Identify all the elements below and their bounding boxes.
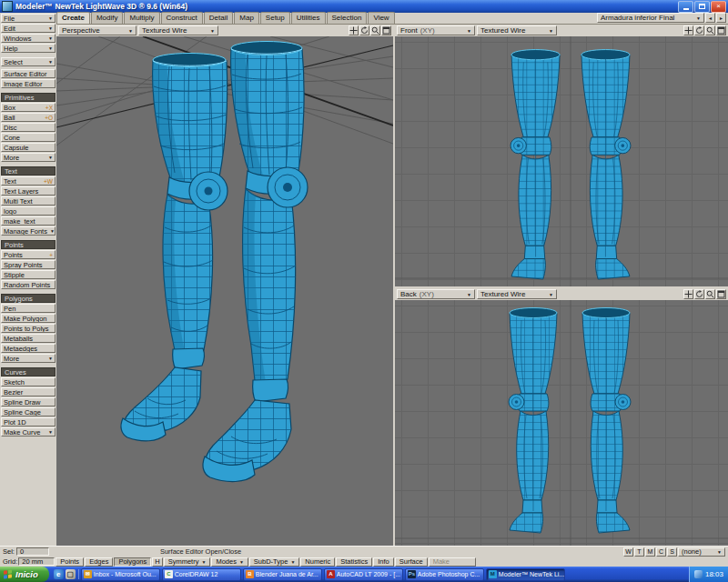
symmetry-button[interactable]: Symmetry▼ [164,557,211,567]
surface-editor-button[interactable]: Surface Editor [1,69,56,78]
preset-prev-button[interactable]: ◄ [705,13,715,23]
taskbar-app-modeler[interactable]: MModeler™ NewTek Li... [486,568,565,581]
tool-multi-text[interactable]: Multi Text [1,196,56,206]
tool-plot-1d[interactable]: Plot 1D [1,417,56,426]
tab-map[interactable]: Map [234,12,259,24]
menu-file[interactable]: File▼ [1,14,56,23]
tool-spline-cage[interactable]: Spline Cage [1,407,56,416]
tool-stipple[interactable]: Stipple [1,270,56,279]
taskbar-app-photoshop[interactable]: PsAdobe Photoshop C... [405,568,484,581]
tool-make-polygon[interactable]: Make Polygon [1,314,56,323]
rotate-button[interactable] [694,25,704,35]
tab-utilities[interactable]: Utilities [291,12,326,24]
tool-logo[interactable]: logo [1,206,56,216]
menu-edit[interactable]: Edit▼ [1,24,56,33]
minimize-button[interactable] [678,1,693,13]
tool-points[interactable]: Points+ [1,250,56,259]
maximize-button[interactable] [694,1,710,13]
tool-spline-draw[interactable]: Spline Draw [1,397,56,406]
show-desktop-icon[interactable]: ▢ [66,569,76,579]
maximize-viewport-button[interactable] [381,25,391,35]
vmap-selection-button[interactable]: S [667,547,677,557]
tray-icon[interactable] [694,570,703,578]
tool-disc[interactable]: Disc [1,123,56,132]
tool-cone[interactable]: Cone [1,133,56,142]
tool-bezier[interactable]: Bezier [1,387,56,396]
tool-box[interactable]: Box+X [1,103,56,112]
view-type-dropdown[interactable]: Front (XY) ▼ [397,25,475,35]
tool-manage-fonts[interactable]: Manage Fonts▼ [1,226,56,236]
menu-windows[interactable]: Windows▼ [1,34,56,43]
tab-view[interactable]: View [368,12,394,24]
tool-sketch[interactable]: Sketch [1,377,56,386]
tool-capsule[interactable]: Capsule [1,143,56,152]
maximize-viewport-button[interactable] [716,25,726,35]
vmap-morph-button[interactable]: M [645,547,655,557]
tab-construct[interactable]: Construct [161,12,203,24]
tab-multiply[interactable]: Multiply [124,12,159,24]
render-mode-dropdown[interactable]: Textured Wire ▼ [477,289,557,299]
taskbar-app-coreldraw[interactable]: CCorelDRAW 12 [162,568,241,581]
make-button[interactable]: Make [429,557,476,567]
render-mode-dropdown[interactable]: Textured Wire ▼ [138,25,218,35]
menu-help[interactable]: Help▼ [1,44,56,53]
view-type-dropdown[interactable]: Perspective ▼ [58,25,136,35]
maximize-viewport-button[interactable] [716,289,726,299]
render-mode-dropdown[interactable]: Textured Wire ▼ [477,25,557,35]
surface-button[interactable]: Surface [395,557,428,567]
tool-text[interactable]: Text+W [1,176,56,186]
close-button[interactable]: × [711,1,726,13]
pan-button[interactable] [683,25,693,35]
vmap-weight-button[interactable]: W [623,547,633,557]
tab-setup[interactable]: Setup [260,12,290,24]
tab-create[interactable]: Create [56,12,90,24]
tool-metaedges[interactable]: Metaedges [1,344,56,353]
image-editor-button[interactable]: Image Editor [1,79,56,88]
zoom-button[interactable] [705,25,715,35]
preset-dropdown[interactable]: Armadura inferior Final ▼ [597,13,704,23]
tab-detail[interactable]: Detail [204,12,233,24]
perspective-canvas[interactable] [56,36,393,546]
tab-selection[interactable]: Selection [327,12,368,24]
info-button[interactable]: Info [373,557,394,567]
statistics-button[interactable]: Statistics [336,557,372,567]
pan-button[interactable] [683,289,693,299]
tool-more-polygons[interactable]: More▼ [1,354,56,363]
preset-next-button[interactable]: ► [716,13,726,23]
tool-spray-points[interactable]: Spray Points [1,260,56,269]
tool-more-primitives[interactable]: More▼ [1,153,56,162]
tool-pen[interactable]: Pen [1,304,56,313]
vmap-texture-button[interactable]: T [634,547,644,557]
taskbar-app-outlook[interactable]: ✉Inbox - Microsoft Ou... [81,568,160,581]
mode-polygons-button[interactable]: Polygons [114,557,151,567]
view-type-dropdown[interactable]: Back (XY) ▼ [397,289,475,299]
mode-edges-button[interactable]: Edges [85,557,113,567]
rotate-button[interactable] [359,25,369,35]
zoom-button[interactable] [705,289,715,299]
mode-points-button[interactable]: Points [56,557,84,567]
zoom-button[interactable] [370,25,380,35]
tool-random-points[interactable]: Random Points [1,280,56,289]
tool-points-to-polys[interactable]: Points to Polys [1,324,56,333]
tool-make-curve[interactable]: Make Curve▼ [1,427,56,436]
taskbar-app-blender[interactable]: BBlender Juana de Ar... [243,568,322,581]
taskbar-app-autocad[interactable]: AAutoCAD LT 2009 - [... [324,568,403,581]
tab-modify[interactable]: Modify [91,12,124,24]
vmap-color-button[interactable]: C [656,547,666,557]
tool-make-text[interactable]: make_text [1,216,56,226]
pan-button[interactable] [349,25,359,35]
numeric-button[interactable]: Numeric [300,557,335,567]
tool-text-layers[interactable]: Text Layers [1,186,56,196]
subd-type-button[interactable]: SubD-Type▼ [249,557,299,567]
internet-explorer-icon[interactable]: e [54,569,64,579]
h-button[interactable]: H [152,557,162,567]
rotate-button[interactable] [694,289,704,299]
vmap-dropdown[interactable]: (none) ▼ [678,547,725,557]
start-button[interactable]: Inicio [0,567,49,582]
modes-button[interactable]: Modes▼ [211,557,248,567]
front-canvas[interactable] [395,36,728,286]
tool-metaballs[interactable]: Metaballs [1,334,56,343]
back-canvas[interactable] [395,300,728,546]
menu-select[interactable]: Select▼ [1,57,56,66]
tool-ball[interactable]: Ball+O [1,113,56,122]
